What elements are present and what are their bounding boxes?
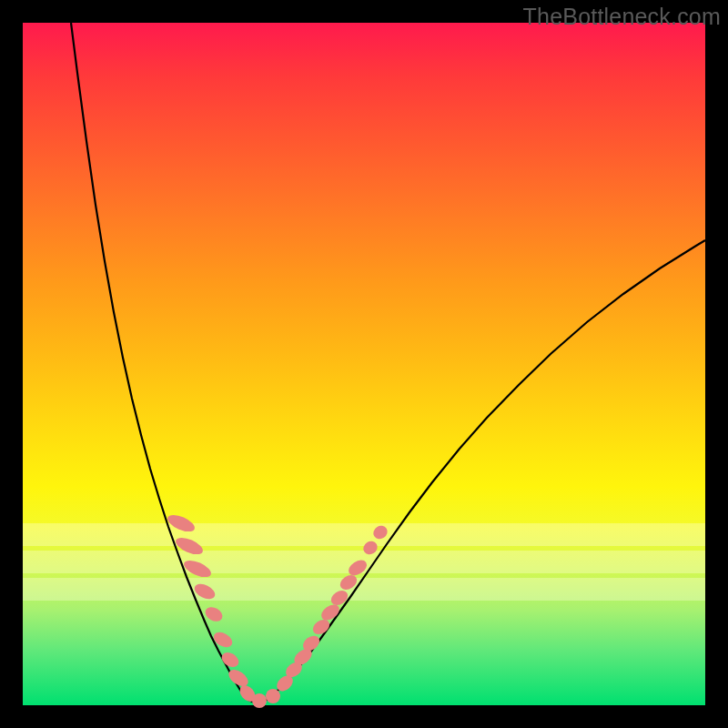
markers-right [274, 523, 390, 694]
chart-stage: TheBottleneck.com [0, 0, 728, 728]
data-marker [266, 689, 280, 703]
data-marker [211, 629, 235, 650]
watermark-text: TheBottleneck.com [523, 4, 721, 30]
data-marker [370, 523, 389, 541]
data-marker [360, 539, 379, 557]
curve-left [71, 23, 241, 692]
chart-svg [23, 23, 705, 705]
curve-right [278, 240, 705, 691]
data-marker [252, 693, 267, 708]
markers-left [166, 511, 280, 708]
data-marker [219, 650, 241, 670]
data-marker [203, 604, 225, 624]
